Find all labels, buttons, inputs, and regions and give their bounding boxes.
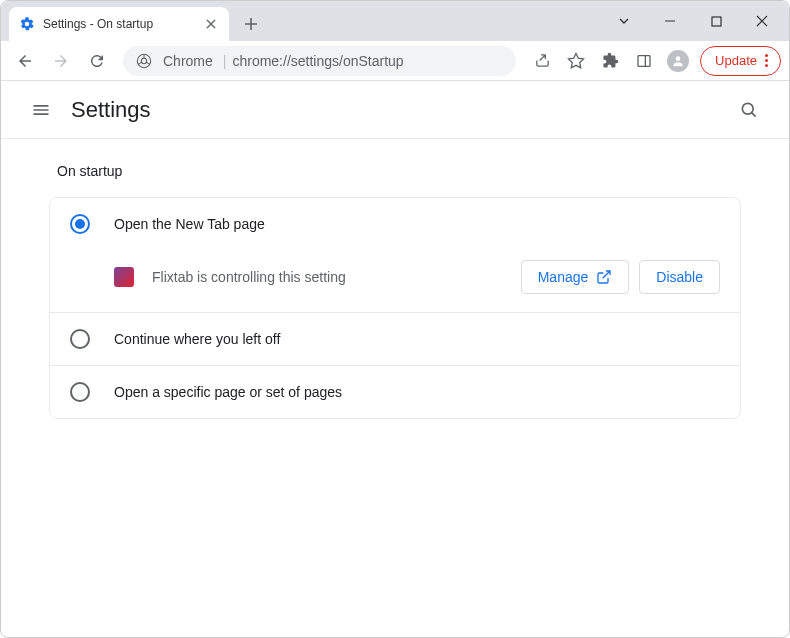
search-button[interactable] xyxy=(729,90,769,130)
tab-title: Settings - On startup xyxy=(43,17,153,31)
radio-selected-icon[interactable] xyxy=(70,214,90,234)
extension-notice-text: Flixtab is controlling this setting xyxy=(152,269,346,285)
window-controls xyxy=(601,1,789,41)
kebab-icon xyxy=(765,54,768,67)
address-bar[interactable]: Chrome | chrome://settings/onStartup xyxy=(123,46,516,76)
update-button[interactable]: Update xyxy=(700,46,781,76)
svg-point-5 xyxy=(676,56,681,61)
new-tab-button[interactable] xyxy=(237,10,265,38)
browser-toolbar: Chrome | chrome://settings/onStartup Upd… xyxy=(1,41,789,81)
side-panel-icon[interactable] xyxy=(628,45,660,77)
option-continue[interactable]: Continue where you left off xyxy=(50,313,740,365)
startup-card: Open the New Tab page Flixtab is control… xyxy=(49,197,741,419)
bookmark-icon[interactable] xyxy=(560,45,592,77)
chrome-icon xyxy=(135,52,153,70)
profile-avatar[interactable] xyxy=(662,45,694,77)
omnibox-divider: | xyxy=(223,53,227,69)
gear-icon xyxy=(19,16,35,32)
maximize-button[interactable] xyxy=(693,5,739,37)
option-label: Open a specific page or set of pages xyxy=(114,384,342,400)
close-icon[interactable] xyxy=(203,16,219,32)
option-specific-pages[interactable]: Open a specific page or set of pages xyxy=(50,366,740,418)
share-icon[interactable] xyxy=(526,45,558,77)
extension-notice-row: Flixtab is controlling this setting Mana… xyxy=(50,250,740,312)
external-link-icon xyxy=(596,269,612,285)
settings-content: On startup Open the New Tab page Flixtab… xyxy=(1,139,789,443)
svg-rect-0 xyxy=(712,17,721,26)
close-window-button[interactable] xyxy=(739,5,785,37)
disable-button[interactable]: Disable xyxy=(639,260,720,294)
omnibox-app-label: Chrome xyxy=(163,53,213,69)
disable-label: Disable xyxy=(656,269,703,285)
update-label: Update xyxy=(715,53,757,68)
back-button[interactable] xyxy=(9,45,41,77)
window-titlebar: Settings - On startup xyxy=(1,1,789,41)
option-label: Continue where you left off xyxy=(114,331,280,347)
section-title: On startup xyxy=(57,163,741,179)
option-label: Open the New Tab page xyxy=(114,216,265,232)
svg-point-6 xyxy=(742,103,753,114)
extension-app-icon xyxy=(114,267,134,287)
minimize-button[interactable] xyxy=(647,5,693,37)
settings-header: Settings xyxy=(1,81,789,139)
radio-icon[interactable] xyxy=(70,329,90,349)
reload-button[interactable] xyxy=(81,45,113,77)
manage-label: Manage xyxy=(538,269,589,285)
svg-rect-3 xyxy=(638,55,650,66)
page-title: Settings xyxy=(71,97,151,123)
browser-tab[interactable]: Settings - On startup xyxy=(9,7,229,41)
svg-line-7 xyxy=(752,112,756,116)
forward-button[interactable] xyxy=(45,45,77,77)
manage-button[interactable]: Manage xyxy=(521,260,630,294)
menu-button[interactable] xyxy=(21,90,61,130)
omnibox-url: chrome://settings/onStartup xyxy=(232,53,403,69)
extensions-icon[interactable] xyxy=(594,45,626,77)
chevron-down-icon[interactable] xyxy=(601,5,647,37)
svg-point-2 xyxy=(141,58,146,63)
svg-line-8 xyxy=(603,271,610,278)
radio-icon[interactable] xyxy=(70,382,90,402)
option-new-tab[interactable]: Open the New Tab page xyxy=(50,198,740,250)
